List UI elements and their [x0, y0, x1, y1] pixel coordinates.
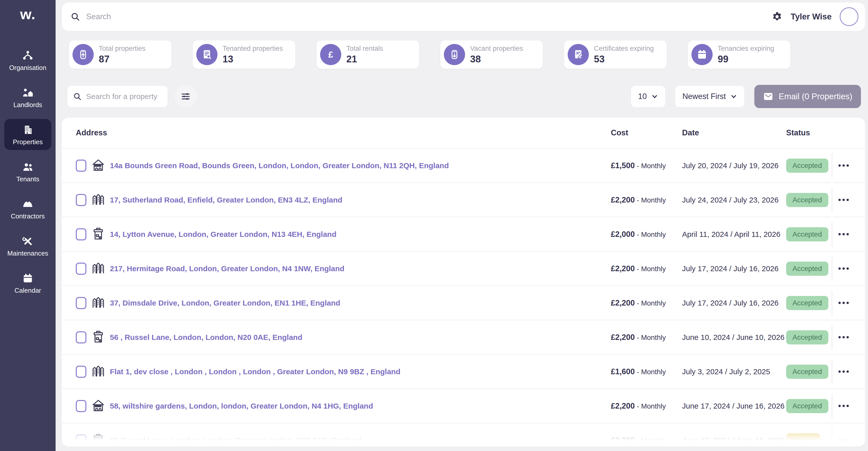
- table-row: 217, Hermitage Road, London, Greater Lon…: [62, 251, 865, 285]
- sidebar: w. OrganisationLandlordsPropertiesTenant…: [0, 0, 56, 451]
- row-checkbox[interactable]: [76, 366, 86, 378]
- sidebar-item-label: Tenants: [16, 175, 39, 183]
- property-address-link[interactable]: 56 , Russel Lane, London, London, N20 0A…: [110, 332, 611, 342]
- date-cell: April 11, 2024 / April 11, 2026: [682, 229, 786, 239]
- stat-value: 38: [470, 54, 523, 65]
- property-address-link[interactable]: 217, Hermitage Road, London, Greater Lon…: [110, 264, 611, 273]
- pound-icon: £: [325, 49, 337, 60]
- property-address-link[interactable]: 37, Dimsdale Drive, London, Greater Lond…: [110, 298, 611, 308]
- row-actions-menu[interactable]: [832, 428, 855, 447]
- sidebar-item-properties[interactable]: Properties: [4, 119, 51, 150]
- status-badge: Accepted: [786, 365, 828, 379]
- row-checkbox[interactable]: [76, 194, 86, 206]
- global-search-input[interactable]: [86, 12, 772, 21]
- property-address-link[interactable]: 14, Lytton Avenue, London, Greater Londo…: [110, 229, 611, 239]
- row-checkbox[interactable]: [76, 297, 86, 309]
- property-address-link[interactable]: 17, Sutherland Road, Enfield, Greater Lo…: [110, 195, 611, 205]
- status-badge: Accepted: [786, 330, 828, 345]
- sidebar-item-label: Maintenances: [7, 250, 48, 257]
- column-header-cost: Cost: [611, 128, 682, 137]
- row-actions-menu[interactable]: [832, 257, 855, 281]
- table-row: 37, Dimsdale Drive, London, Greater Lond…: [62, 285, 865, 320]
- house-row-icon: [91, 158, 105, 172]
- row-checkbox[interactable]: [76, 400, 86, 412]
- top-bar: Tyler Wise: [62, 2, 865, 31]
- main-content: Tyler Wise Total properties87Tenanted pr…: [56, 0, 868, 451]
- stat-badge: £: [320, 44, 341, 65]
- stat-card-total-rentals: £Total rentals21: [316, 40, 419, 69]
- row-actions-menu[interactable]: [832, 360, 855, 384]
- date-cell: July 24, 2024 / July 23, 2026: [682, 195, 786, 205]
- email-button[interactable]: Email (0 Properties): [754, 85, 861, 108]
- property-address-link[interactable]: 56 Russel Lane , London, London, Greater…: [110, 436, 611, 445]
- cost-cell: £2,200 - Monthly: [611, 333, 682, 342]
- sidebar-item-label: Properties: [13, 138, 43, 146]
- date-cell: July 20, 2024 / July 19, 2026: [682, 161, 786, 171]
- calendar-stat-icon: [696, 49, 708, 60]
- properties-table: Address Cost Date Status 14a Bounds Gree…: [62, 118, 865, 447]
- property-address-link[interactable]: 14a Bounds Green Road, Bounds Green, Lon…: [110, 161, 611, 170]
- row-actions-menu[interactable]: [832, 325, 855, 350]
- row-checkbox[interactable]: [76, 160, 86, 172]
- row-actions-menu[interactable]: [832, 222, 855, 247]
- table-header: Address Cost Date Status: [62, 118, 865, 148]
- row-actions-menu[interactable]: [832, 188, 855, 212]
- sidebar-item-organisation[interactable]: Organisation: [4, 45, 51, 76]
- sidebar-item-contractors[interactable]: Contractors: [4, 193, 51, 224]
- row-actions-menu[interactable]: [832, 291, 855, 315]
- stat-label: Tenanted properties: [222, 45, 283, 53]
- toolbar: 10 Newest First Email (0 Properties): [62, 85, 865, 108]
- status-badge: Accepted: [786, 227, 828, 241]
- box-arrow-up-icon: [77, 49, 89, 60]
- gear-icon[interactable]: [772, 11, 783, 22]
- sidebar-item-calendar[interactable]: Calendar: [4, 267, 51, 298]
- date-cell: July 3, 2024 / July 2, 2025: [682, 367, 786, 377]
- stat-value: 53: [594, 54, 654, 65]
- date-cell: July 17, 2024 / July 16, 2026: [682, 264, 786, 274]
- avatar[interactable]: [840, 7, 859, 26]
- stat-label: Vacant properties: [470, 45, 523, 53]
- page-size-select[interactable]: 10: [630, 85, 665, 107]
- property-search: [67, 85, 168, 107]
- property-address-link[interactable]: 58, wiltshire gardens, London, london, G…: [110, 401, 611, 411]
- sort-select[interactable]: Newest First: [675, 85, 745, 107]
- sidebar-item-label: Organisation: [9, 64, 46, 72]
- status-badge: Accepted: [786, 296, 828, 310]
- property-search-input[interactable]: [86, 92, 162, 101]
- row-checkbox[interactable]: [76, 228, 86, 240]
- stat-badge: [72, 44, 94, 65]
- flats-row-icon: [91, 261, 105, 276]
- sidebar-item-landlords[interactable]: Landlords: [4, 82, 51, 113]
- chevron-down-icon: [651, 93, 658, 100]
- stat-card-tenanted-properties: Tenanted properties13: [193, 40, 295, 69]
- row-checkbox[interactable]: [76, 434, 86, 447]
- status-badge: Accepted: [786, 159, 828, 173]
- date-cell: June 17, 2024 / June 16, 2026: [682, 436, 786, 446]
- shop-row-icon: [91, 432, 105, 447]
- column-header-address: Address: [76, 128, 611, 137]
- sidebar-item-label: Landlords: [13, 101, 42, 109]
- house-row-icon: [91, 398, 105, 413]
- row-checkbox[interactable]: [76, 331, 86, 344]
- status-badge: Accepted: [786, 262, 828, 276]
- stat-label: Total properties: [99, 45, 146, 53]
- cost-cell: £2,000 - Monthly: [611, 230, 682, 239]
- cost-cell: £2,200 - Monthly: [611, 401, 682, 411]
- filter-button[interactable]: [175, 85, 197, 107]
- row-actions-menu[interactable]: [832, 394, 855, 418]
- row-actions-menu[interactable]: [832, 154, 855, 178]
- flats-row-icon: [91, 192, 105, 207]
- sidebar-item-maintenances[interactable]: Maintenances: [4, 230, 51, 261]
- landlords-icon: [22, 87, 34, 98]
- cost-cell: £1,500 - Monthly: [611, 161, 682, 170]
- maintenances-icon: [22, 235, 34, 247]
- row-checkbox[interactable]: [76, 263, 86, 275]
- stat-card-certificates-expiring: Certificates expiring53: [564, 40, 666, 69]
- date-cell: June 17, 2024 / June 16, 2026: [682, 401, 786, 411]
- properties-icon: [22, 124, 34, 136]
- chevron-down-icon: [730, 93, 737, 100]
- doc-edit-icon: [572, 49, 584, 60]
- sidebar-item-tenants[interactable]: Tenants: [4, 156, 51, 187]
- property-address-link[interactable]: Flat 1, dev close , London , London , Lo…: [110, 367, 611, 377]
- doc-search-icon: [201, 49, 213, 60]
